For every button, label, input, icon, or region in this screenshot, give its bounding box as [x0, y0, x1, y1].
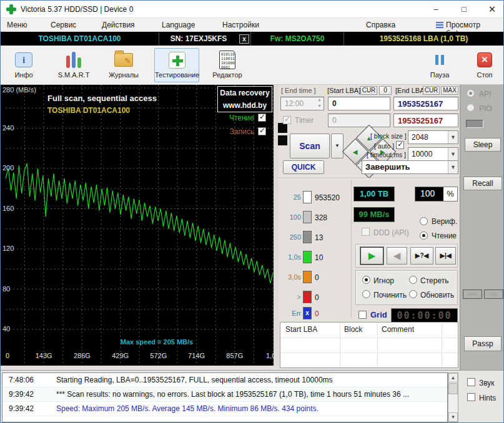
y-tick-label: 240	[2, 124, 14, 132]
legend-read-checkbox[interactable]	[258, 114, 266, 122]
scan-dropdown-button[interactable]: ▼	[331, 134, 343, 158]
spinner-up-icon[interactable]: ▲	[317, 97, 322, 102]
y-tick-label: 280 (MB/s)	[2, 86, 36, 94]
menu-language[interactable]: Language	[162, 21, 195, 29]
recall-button[interactable]: Recall	[463, 177, 502, 190]
stop-button[interactable]: ✕ Стоп	[465, 48, 504, 82]
menu-actions[interactable]: Действия	[102, 21, 135, 29]
smart-button[interactable]: S.M.A.R.T	[54, 48, 93, 82]
play-backward-button[interactable]: ◀	[387, 247, 407, 265]
x-tick-label: 0	[6, 352, 9, 359]
ddd-api-checkbox[interactable]	[362, 228, 370, 236]
log-panel: 7:48:06 Starting Reading, LBA=0..1953525…	[1, 370, 503, 423]
play-forward-button[interactable]: ▶	[360, 247, 383, 265]
x-tick-label: 714G	[188, 352, 205, 359]
chevron-down-icon: ▼	[448, 148, 458, 160]
close-button[interactable]: ✕	[480, 1, 504, 18]
editor-button[interactable]: 0101101100111010000001 Редактор	[208, 48, 247, 82]
start-lba-cur-button[interactable]: CUR	[360, 86, 377, 95]
menu-service[interactable]: Сервис	[51, 21, 76, 29]
x-tick-label: 1,0T	[266, 352, 274, 359]
scroll-down-icon[interactable]: ▼	[448, 412, 458, 422]
ignore-radio[interactable]	[362, 276, 370, 284]
block-size-select[interactable]: 2048 ▼	[408, 130, 458, 144]
api-radio[interactable]	[467, 89, 475, 97]
sleep-button[interactable]: Sleep	[465, 138, 501, 152]
end-lba-input-2[interactable]: 1953525167	[393, 114, 458, 127]
auto-checkbox[interactable]	[396, 141, 404, 149]
journals-button[interactable]: ✎ Журналы	[104, 48, 143, 82]
testing-button[interactable]: Тестирование	[154, 48, 199, 82]
col-comment[interactable]: Comment	[382, 325, 414, 334]
scroll-thumb[interactable]	[448, 383, 458, 394]
stat-swatch	[303, 271, 312, 283]
finish-action-select[interactable]: Завершить ▼	[362, 160, 458, 174]
menu-menu[interactable]: Меню	[7, 21, 27, 29]
y-tick-label: 200	[2, 164, 14, 172]
pio-radio[interactable]	[467, 104, 475, 112]
sound-checkbox[interactable]	[467, 378, 475, 386]
timeout-select[interactable]: 10000 ▼	[408, 147, 458, 161]
grid-label: Grid	[370, 310, 387, 319]
scroll-up-icon[interactable]: ▲	[448, 373, 458, 382]
seek-edge-button[interactable]: ▶|◀	[435, 247, 456, 265]
seek-question-button[interactable]: ▶?◀	[410, 247, 433, 265]
pio-label: PIO	[479, 104, 492, 113]
spinner-down-icon[interactable]: ▼	[317, 104, 322, 108]
refresh-radio[interactable]	[409, 290, 417, 298]
pause-icon	[435, 55, 444, 65]
scan-button[interactable]: Scan	[290, 134, 330, 158]
device-close-button[interactable]: x	[239, 34, 249, 44]
pause-button[interactable]: Пауза	[420, 48, 459, 82]
log-scrollbar[interactable]: ▲ ▼	[448, 372, 458, 422]
max-speed-annotation: Max speed = 205 MB/s	[121, 338, 193, 346]
legend-write-checkbox[interactable]	[258, 127, 266, 135]
api-label: API	[479, 90, 491, 99]
info-button[interactable]: i Инфо	[4, 48, 43, 82]
menu-help[interactable]: Справка	[366, 21, 395, 29]
end-lba-input[interactable]: 1953525167	[393, 97, 458, 110]
editor-icon: 0101101100111010000001	[219, 51, 235, 69]
stat-swatch	[303, 211, 312, 223]
start-lba-input[interactable]: 0	[328, 97, 390, 110]
toolbar: i Инфо S.M.A.R.T ✎ Журналы Тестирование …	[1, 46, 503, 85]
end-time-spinner[interactable]: 12:00 ▲ ▼	[280, 97, 324, 110]
col-block[interactable]: Block	[344, 325, 362, 334]
quick-button[interactable]: QUICK	[283, 160, 324, 174]
erase-radio[interactable]	[409, 276, 417, 284]
timer-lba-input[interactable]: 0	[328, 114, 390, 127]
read-radio[interactable]	[420, 231, 428, 240]
sound-label: Звук	[479, 379, 495, 387]
maximize-button[interactable]: □	[452, 1, 477, 18]
x-tick-label: 143G	[36, 352, 52, 359]
y-tick-label: 80	[2, 285, 10, 293]
minimize-button[interactable]: –	[423, 1, 448, 18]
victoria-logo-icon	[6, 4, 16, 14]
timer-checkbox[interactable]	[283, 116, 291, 124]
rd-button[interactable]: RD	[484, 289, 503, 299]
end-lba-cur-button[interactable]: CUR	[423, 86, 440, 95]
hints-checkbox[interactable]	[467, 393, 475, 401]
repair-label: Починить	[373, 291, 407, 299]
log-list: 7:48:06 Starting Reading, LBA=0..1953525…	[2, 372, 448, 422]
log-row: 7:48:06 Starting Reading, LBA=0..1953525…	[2, 373, 447, 387]
menu-settings[interactable]: Настройки	[222, 21, 259, 29]
log-row: 9:39:42 *** Scan results: no warnings, n…	[2, 387, 447, 402]
ignore-label: Игнор	[373, 276, 394, 285]
stat-swatch	[303, 191, 312, 203]
verify-radio[interactable]	[420, 217, 428, 225]
col-start-lba[interactable]: Start LBA	[285, 325, 317, 334]
device-lba: 1953525168 LBA (1,0 ТВ)	[344, 32, 503, 46]
capacity-display: 1,00 ТВ	[353, 187, 395, 202]
start-lba-zero-button[interactable]: 0	[379, 86, 392, 95]
repair-radio[interactable]	[362, 290, 370, 298]
journals-icon: ✎	[114, 53, 133, 67]
wr-button[interactable]: WR	[463, 289, 482, 299]
passp-button[interactable]: Passp	[464, 336, 502, 351]
divider	[351, 180, 352, 318]
stat-swatch	[303, 251, 312, 263]
end-lba-max-button[interactable]: MAX	[441, 86, 458, 95]
y-tick-label: 40	[2, 325, 10, 333]
grid-checkbox[interactable]	[358, 311, 367, 319]
end-time-label: [ End time ]	[281, 87, 316, 94]
